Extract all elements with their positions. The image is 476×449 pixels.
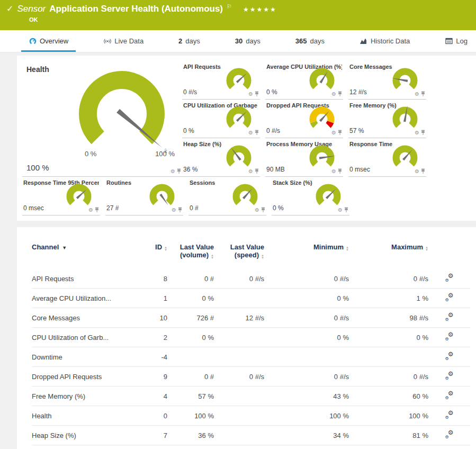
column-header-channel[interactable]: Channel▼ (32, 240, 132, 269)
pin-icon[interactable] (338, 91, 342, 97)
cell-minimum: 34 % (266, 426, 351, 445)
gear-icon[interactable]: ⚙ (248, 92, 253, 97)
gauge-value: 100 % (26, 163, 49, 172)
tab-live-data[interactable]: Live Data (96, 30, 151, 52)
column-header-id[interactable]: ID▲▼ (132, 240, 169, 269)
status-check-icon: ✓ (6, 4, 13, 14)
column-header-maximum[interactable]: Maximum▲▼ (351, 240, 430, 269)
table-row[interactable]: Free Memory (%) 4 57 % 43 % 60 % ⚙⚙ (32, 387, 470, 406)
table-row[interactable]: Average CPU Utilization... 1 0 % 0 % 1 %… (32, 289, 470, 308)
pin-icon[interactable] (338, 130, 342, 136)
table-row[interactable]: API Requests 8 0 # 0 #/s 0 #/s 0 #/s ⚙⚙ (32, 269, 470, 289)
cell-channel[interactable]: Average CPU Utilization... (32, 289, 132, 308)
cell-channel[interactable]: Free Memory (%) (32, 387, 132, 406)
log-icon (445, 38, 453, 45)
pin-icon[interactable] (178, 207, 182, 213)
tab-overview[interactable]: Overview (21, 30, 76, 52)
channel-settings-icon[interactable]: ⚙⚙ (445, 293, 454, 301)
cell-id: 5 (132, 445, 169, 449)
pin-icon[interactable] (421, 168, 425, 174)
gauge-title: Health (26, 65, 49, 74)
cell-channel[interactable]: Core Messages (32, 308, 132, 328)
channel-settings-icon[interactable]: ⚙⚙ (445, 391, 454, 399)
cell-last-value-volume: 57 % (169, 387, 216, 406)
table-row[interactable]: CPU Utilization of Garb... 2 0 % 0 % 0 %… (32, 328, 470, 347)
pin-icon[interactable] (255, 91, 259, 97)
channel-settings-icon[interactable]: ⚙⚙ (445, 430, 454, 438)
column-header-minimum[interactable]: Minimum▲▼ (266, 240, 351, 269)
cell-maximum: 81 % (351, 426, 430, 445)
tab-2-days[interactable]: 2 days (171, 30, 208, 52)
channel-gauge (224, 67, 254, 92)
pin-icon[interactable] (421, 91, 425, 97)
tab-historic-data[interactable]: Historic Data (352, 30, 417, 52)
pin-icon[interactable] (95, 207, 99, 213)
table-row[interactable]: Health 0 100 % 100 % 100 % ⚙⚙ (32, 406, 470, 426)
column-header-last-value-speed[interactable]: Last Value (speed)▲▼ (216, 240, 266, 269)
gauge-cell: Core Messages 12 #/s ⚙ (348, 61, 426, 100)
cell-maximum: 98 #/s (351, 308, 430, 328)
pin-icon[interactable] (421, 130, 425, 136)
column-label: Last Value (volume) (180, 243, 214, 259)
table-row[interactable]: Dropped API Requests 9 0 # 0 #/s 0 #/s 0… (32, 367, 470, 387)
gear-icon[interactable]: ⚙ (172, 208, 176, 213)
table-row[interactable]: Core Messages 10 726 # 12 #/s 0 #/s 98 #… (32, 308, 470, 328)
channel-settings-icon[interactable]: ⚙⚙ (445, 372, 454, 380)
gear-icon[interactable]: ⚙ (331, 92, 336, 97)
tab-label: days (310, 37, 324, 45)
tab-number: 2 (178, 37, 182, 45)
cell-id: 4 (132, 387, 169, 406)
cell-channel[interactable]: Health (32, 406, 132, 426)
cell-channel[interactable]: CPU Utilization of Garb... (32, 328, 132, 347)
table-row[interactable]: Heap Size (%) 7 36 % 34 % 81 % ⚙⚙ (32, 426, 470, 445)
priority-stars[interactable]: ★★★★★ (243, 6, 277, 13)
channel-settings-icon[interactable]: ⚙⚙ (445, 313, 454, 321)
table-row[interactable]: Downtime -4 ⚙⚙ (32, 347, 470, 367)
gauge-value: 90 MB (266, 166, 285, 173)
pin-icon[interactable] (344, 207, 348, 213)
tab-30-days[interactable]: 30 days (228, 30, 268, 52)
gear-icon[interactable]: ⚙ (248, 130, 253, 136)
cell-channel[interactable]: Heap Size (%) (32, 426, 132, 445)
gauge-title: Heap Size (%) (183, 141, 221, 147)
channel-settings-icon[interactable]: ⚙⚙ (445, 274, 454, 282)
pin-icon[interactable] (255, 168, 259, 174)
gauge-cell: Average CPU Utilization (%) 0 % ⚙ (265, 61, 343, 100)
gear-icon[interactable]: ⚙ (248, 169, 253, 174)
gear-icon[interactable]: ⚙ (415, 169, 419, 174)
tab-log[interactable]: Log (437, 30, 475, 52)
tab-365-days[interactable]: 365 days (288, 30, 332, 52)
cell-channel[interactable]: API Requests (32, 269, 132, 289)
gauge-value: 0 % (273, 204, 284, 212)
cell-channel[interactable]: Dropped API Requests (32, 367, 132, 387)
gear-icon[interactable]: ⚙ (170, 169, 175, 174)
gear-icon[interactable]: ⚙ (88, 208, 93, 213)
cell-last-value-speed: 0 #/s (216, 269, 266, 289)
gauge-cell: Dropped API Requests 0 #/s ⚙ (265, 100, 343, 138)
cell-last-value-speed (216, 387, 266, 406)
pin-icon[interactable] (255, 130, 259, 136)
channel-settings-icon[interactable]: ⚙⚙ (445, 411, 454, 419)
pin-icon[interactable] (177, 168, 181, 174)
channel-gauge (224, 106, 254, 130)
cell-channel[interactable]: Process Memory Usage (32, 445, 132, 449)
channel-settings-icon[interactable]: ⚙⚙ (445, 352, 454, 360)
gear-icon[interactable]: ⚙ (331, 130, 336, 136)
cell-last-value-volume: 726 # (169, 308, 216, 328)
table-row[interactable]: Process Memory Usage 5 90 MB 87 MB 113 M… (32, 445, 470, 449)
pin-icon[interactable] (338, 168, 342, 174)
flag-icon[interactable]: ⚐ (227, 3, 232, 10)
gear-icon[interactable]: ⚙ (415, 92, 419, 97)
column-label: ID (155, 243, 162, 251)
gear-icon[interactable]: ⚙ (331, 169, 336, 174)
gear-icon[interactable]: ⚙ (415, 130, 419, 136)
channel-settings-icon[interactable]: ⚙⚙ (445, 333, 454, 340)
cell-minimum: 0 #/s (266, 308, 351, 328)
column-header-last-value-volume[interactable]: Last Value (volume)▲▼ (169, 240, 216, 269)
gear-icon[interactable]: ⚙ (338, 208, 343, 213)
live-data-icon (103, 38, 111, 45)
channel-gauge (230, 183, 260, 208)
gear-icon[interactable]: ⚙ (255, 208, 259, 213)
pin-icon[interactable] (261, 207, 265, 213)
cell-channel[interactable]: Downtime (32, 347, 132, 367)
